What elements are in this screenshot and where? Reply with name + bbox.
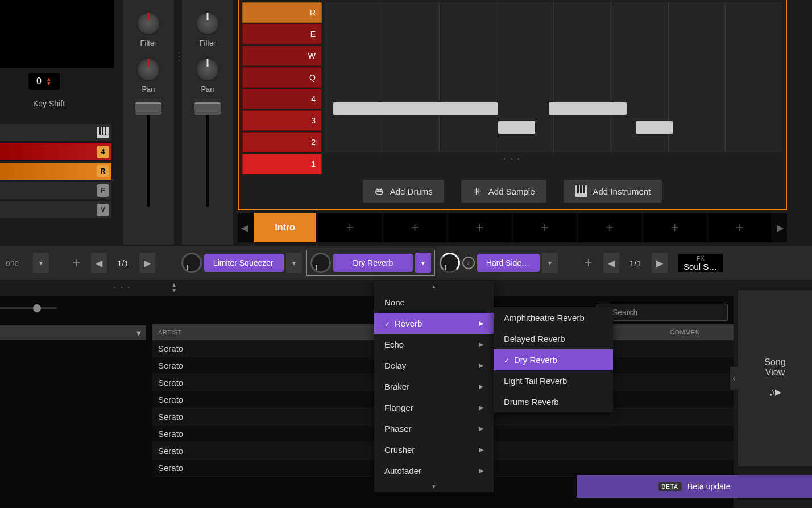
fx-prev-left[interactable]: ◀	[91, 253, 107, 273]
pan-knob-1[interactable]	[137, 57, 160, 80]
scene-add-7[interactable]: +	[709, 213, 771, 242]
add-instrument-button[interactable]: Add Instrument	[564, 180, 662, 203]
scene-prev-button[interactable]: ◀	[238, 213, 251, 242]
fx-none-dropdown[interactable]: ▼	[33, 253, 49, 273]
track-row-v[interactable]: V	[0, 201, 111, 218]
piano-icon	[575, 185, 587, 197]
volume-fader-2[interactable]	[206, 105, 209, 207]
fx-prev-right[interactable]: ◀	[603, 253, 619, 273]
column-comment[interactable]: COMMEN	[670, 329, 700, 336]
submenu-item-amphitheatre-reverb[interactable]: Amphitheatre Reverb	[494, 307, 613, 328]
pan-knob-2[interactable]	[196, 57, 219, 80]
piano-icon	[97, 127, 109, 138]
fx-next-right[interactable]: ▶	[652, 253, 668, 273]
key-shift-label: Key Shift	[33, 99, 65, 108]
beta-text: Beta update	[687, 482, 731, 491]
search-input[interactable]: ⌕ Search	[597, 304, 728, 321]
song-view-panel[interactable]: ‹ Song View ♪▸	[738, 290, 812, 466]
fx-count-left: 1/1	[111, 258, 135, 268]
menu-scroll-down-icon[interactable]: ▼	[374, 481, 494, 492]
fx-knob-2[interactable]	[310, 253, 331, 273]
drum-lane-3[interactable]: 3	[242, 110, 322, 131]
fx-target-icon[interactable]: ›	[462, 257, 475, 269]
drag-handle-icon[interactable]: • • •	[114, 284, 131, 291]
fx-next-left[interactable]: ▶	[139, 253, 155, 273]
drum-lane-r[interactable]: R	[242, 2, 322, 23]
submenu-item-delayed-reverb[interactable]: Delayed Reverb	[494, 328, 613, 349]
drum-lane-2[interactable]: 2	[242, 132, 322, 152]
waveform-icon	[473, 186, 483, 196]
note-block[interactable]	[498, 121, 535, 134]
chevron-right-icon: ▶	[479, 425, 483, 432]
fx-dropdown-1[interactable]: ▼	[286, 253, 302, 273]
fx-add-right[interactable]: +	[578, 253, 599, 273]
menu-item-none[interactable]: None	[374, 292, 494, 313]
beta-update-button[interactable]: BETA Beta update	[577, 475, 812, 498]
fx-count-right: 1/1	[624, 258, 647, 268]
track-badge-v: V	[97, 204, 109, 216]
key-shift-arrows-icon: ▲▼	[46, 77, 52, 86]
menu-item-delay[interactable]: Delay▶	[374, 355, 494, 376]
resize-handle-icon[interactable]: • • •	[503, 156, 521, 162]
track-row-piano[interactable]	[0, 124, 111, 141]
filter-knob-2[interactable]	[196, 11, 219, 34]
add-drums-button[interactable]: Add Drums	[363, 180, 444, 203]
fx-dropdown-3[interactable]: ▼	[542, 253, 558, 273]
fx-label: FX	[683, 255, 718, 262]
fx-add-left[interactable]: +	[66, 253, 86, 273]
fx-knob-3[interactable]	[440, 253, 460, 273]
submenu-item-light-tail-reverb[interactable]: Light Tail Reverb	[494, 370, 613, 391]
menu-item-crusher[interactable]: Crusher▶	[374, 439, 494, 460]
key-shift-display[interactable]: 0 ▲▼	[28, 73, 60, 90]
scene-add-4[interactable]: +	[513, 213, 576, 242]
note-block[interactable]	[636, 121, 672, 134]
drum-lane-w[interactable]: W	[242, 46, 322, 66]
note-block[interactable]	[333, 102, 498, 115]
submenu-item-dry-reverb[interactable]: ✓Dry Reverb	[494, 349, 613, 370]
fx-knob-1[interactable]	[181, 253, 202, 273]
menu-item-phaser[interactable]: Phaser▶	[374, 418, 494, 439]
drum-lane-e[interactable]: E	[242, 24, 322, 44]
scene-add-2[interactable]: +	[384, 213, 446, 242]
scene-add-6[interactable]: +	[644, 213, 706, 242]
submenu-item-drums-reverb[interactable]: Drums Reverb	[494, 391, 613, 412]
scene-intro[interactable]: Intro	[254, 213, 316, 242]
track-row-f[interactable]: F	[0, 182, 111, 199]
zoom-slider[interactable]	[0, 307, 57, 309]
fx-preset-name: Soul S…	[683, 262, 718, 271]
menu-item-autofader[interactable]: Autofader▶	[374, 460, 494, 481]
drum-lane-4[interactable]: 4	[242, 89, 322, 109]
filter-knob-1[interactable]	[137, 11, 160, 34]
key-shift-value: 0	[36, 76, 42, 86]
chevron-right-icon: ▶	[479, 383, 483, 390]
volume-fader-1[interactable]	[147, 105, 150, 207]
expand-handle-icon[interactable]: ▴▾	[172, 282, 176, 293]
menu-item-flanger[interactable]: Flanger▶	[374, 397, 494, 418]
drum-lane-q[interactable]: Q	[242, 67, 322, 88]
menu-item-echo[interactable]: Echo▶	[374, 334, 494, 355]
menu-scroll-up-icon[interactable]: ▲	[374, 281, 494, 292]
fx-chip-reverb[interactable]: Dry Reverb	[333, 254, 413, 272]
scene-next-button[interactable]: ▶	[773, 213, 787, 242]
fx-none-label: one	[6, 258, 28, 267]
menu-item-reverb[interactable]: ✓Reverb▶	[374, 313, 494, 334]
scene-add-3[interactable]: +	[449, 213, 511, 242]
sequencer-grid[interactable]	[324, 2, 782, 152]
menu-item-braker[interactable]: Braker▶	[374, 376, 494, 397]
scene-add-5[interactable]: +	[578, 213, 641, 242]
crate-selector[interactable]: ▾	[0, 325, 146, 340]
filter-label-1: Filter	[140, 39, 157, 47]
track-row-r[interactable]: R	[0, 163, 111, 180]
fx-preset-panel[interactable]: FX Soul S…	[678, 254, 723, 272]
scene-add-1[interactable]: +	[318, 213, 381, 242]
add-sample-button[interactable]: Add Sample	[461, 180, 546, 203]
track-row-4[interactable]: 4	[0, 143, 111, 160]
fx-chip-limiter[interactable]: Limiter Squeezer	[204, 254, 284, 272]
drums-icon	[374, 186, 384, 196]
fx-chip-sidechain[interactable]: Hard Sidech…	[477, 254, 540, 272]
chevron-right-icon: ▶	[479, 362, 483, 369]
collapse-button[interactable]: ‹	[730, 367, 738, 390]
drum-lane-1[interactable]: 1	[242, 154, 322, 174]
fx-dropdown-2[interactable]: ▼	[415, 253, 431, 273]
note-block[interactable]	[549, 102, 627, 115]
